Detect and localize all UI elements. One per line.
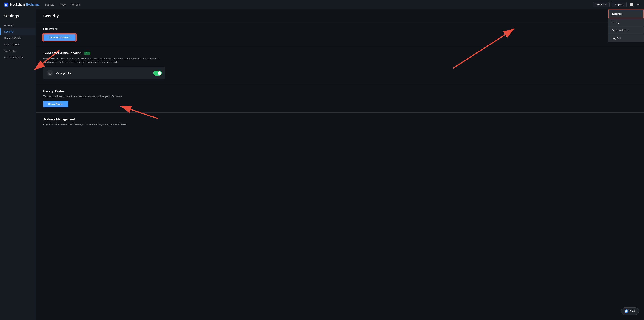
page-title: Security — [43, 14, 637, 18]
tfa-manage-label: Manage 2FA — [56, 72, 71, 75]
logo-main: Blockchain — [10, 3, 25, 6]
toggle-knob — [158, 71, 161, 75]
dropdown-history[interactable]: History — [608, 18, 644, 26]
show-codes-button[interactable]: Show Codes — [43, 101, 68, 107]
dropdown-settings[interactable]: Settings — [608, 10, 644, 18]
password-section: Password Change Password — [36, 22, 644, 46]
sidebar-item-account[interactable]: Account — [0, 22, 36, 28]
tfa-badge: On — [84, 52, 90, 55]
sidebar-item-security[interactable]: Security — [0, 28, 36, 35]
tfa-card-left: Manage 2FA — [47, 70, 71, 76]
dropdown-wallet[interactable]: Go to Wallet ↗ — [608, 26, 644, 34]
deposit-button[interactable]: Deposit — [612, 2, 626, 7]
main-nav: Markets Trade Portfolio — [45, 3, 80, 6]
tfa-card: Manage 2FA — [43, 67, 166, 79]
mobile-icon-button[interactable]: ⬜ — [629, 2, 634, 7]
sidebar-title: Settings — [0, 14, 36, 22]
logo-icon — [4, 3, 8, 7]
tfa-title: Two-Factor Authentication — [43, 52, 82, 55]
hamburger-menu-button[interactable]: ≡ — [636, 2, 640, 7]
tfa-section: Two-Factor Authentication On Protect you… — [36, 46, 644, 84]
withdraw-button[interactable]: Withdraw — [593, 2, 610, 7]
address-management-description: Only allow withdrawals to addresses you … — [43, 123, 637, 126]
sidebar-item-api[interactable]: API Management — [0, 54, 36, 61]
logo-text: Blockchain Exchange — [10, 3, 39, 6]
chat-button[interactable]: 💬 Chat — [621, 308, 639, 315]
backup-codes-description: You can use these to login to your accou… — [43, 95, 637, 98]
backup-codes-section: Backup Codes You can use these to login … — [36, 84, 644, 112]
sidebar-nav: Account Security Banks & Cards Limits & … — [0, 22, 36, 61]
header: Blockchain Exchange Markets Trade Portfo… — [0, 0, 644, 9]
address-management-title: Address Management — [43, 118, 637, 121]
logo[interactable]: Blockchain Exchange — [4, 3, 39, 7]
tfa-toggle[interactable] — [153, 71, 162, 76]
chat-icon: 💬 — [624, 310, 628, 313]
page-header: Security — [36, 9, 644, 22]
layout: Settings Account Security Banks & Cards … — [0, 9, 644, 320]
dropdown-menu: Settings History Go to Wallet ↗ Log Out — [608, 9, 644, 42]
password-section-title: Password — [43, 27, 637, 31]
main-content: Security Password Change Password Two-Fa… — [36, 9, 644, 320]
header-left: Blockchain Exchange Markets Trade Portfo… — [4, 3, 80, 7]
tfa-manage-icon — [47, 70, 53, 76]
sidebar: Settings Account Security Banks & Cards … — [0, 9, 36, 320]
logo-accent: Exchange — [26, 3, 40, 6]
sidebar-item-limits[interactable]: Limits & Fees — [0, 41, 36, 48]
sidebar-item-tax[interactable]: Tax Center — [0, 48, 36, 54]
tfa-description: Protect your account and your funds by a… — [43, 57, 169, 64]
external-link-icon: ↗ — [627, 29, 628, 32]
nav-markets[interactable]: Markets — [45, 3, 54, 6]
change-password-button[interactable]: Change Password — [43, 34, 76, 41]
backup-codes-title: Backup Codes — [43, 90, 637, 93]
nav-portfolio[interactable]: Portfolio — [71, 3, 80, 6]
address-management-section: Address Management Only allow withdrawal… — [36, 112, 644, 131]
header-right: Withdraw Deposit ⬜ ≡ — [593, 2, 640, 7]
tfa-header: Two-Factor Authentication On — [43, 52, 637, 55]
chat-label: Chat — [630, 310, 635, 313]
sidebar-item-banks[interactable]: Banks & Cards — [0, 35, 36, 41]
nav-trade[interactable]: Trade — [59, 3, 66, 6]
dropdown-logout[interactable]: Log Out — [608, 34, 644, 42]
